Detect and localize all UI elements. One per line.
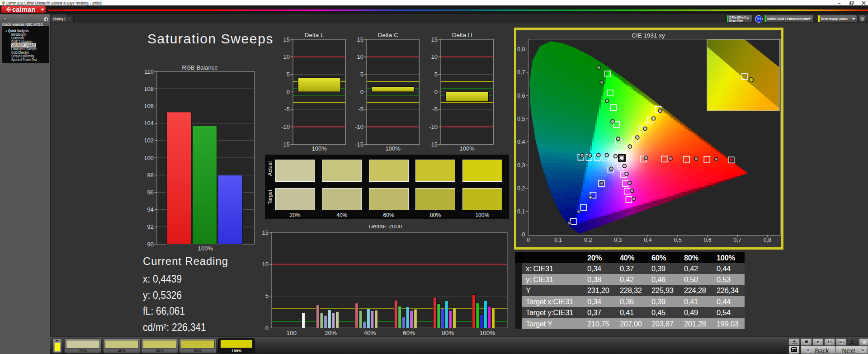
svg-text:-5: -5 [284,106,290,113]
svg-text:-15: -15 [429,141,438,148]
svg-text:104: 104 [145,120,154,127]
svg-text:0,7: 0,7 [734,237,741,243]
svg-text:-10: -10 [429,123,438,130]
svg-text:-15: -15 [355,141,363,148]
svg-text:0,2: 0,2 [517,185,525,192]
svg-text:0: 0 [287,89,290,95]
svg-text:102: 102 [145,137,154,144]
svg-text:0,5: 0,5 [517,116,525,122]
svg-text:CIE 1931 xy: CIE 1931 xy [632,32,665,39]
svg-text:94: 94 [147,206,154,213]
svg-text:5: 5 [360,71,363,78]
svg-text:96: 96 [147,189,154,196]
svg-text:5: 5 [434,71,438,78]
svg-text:0,4: 0,4 [644,237,651,243]
svg-text:RGB Balance: RGB Balance [182,64,218,71]
svg-text:15: 15 [357,36,363,43]
svg-text:DeltaE 2000: DeltaE 2000 [368,225,402,230]
svg-text:10: 10 [431,53,437,60]
svg-text:0: 0 [527,237,530,243]
svg-text:-10: -10 [355,123,363,130]
svg-text:100%: 100% [312,145,327,152]
svg-text:100%: 100% [385,145,401,152]
svg-text:-15: -15 [281,141,290,148]
svg-text:92: 92 [147,223,154,230]
svg-text:110: 110 [145,68,154,75]
svg-text:0,2: 0,2 [584,237,592,243]
svg-text:0,3: 0,3 [517,162,525,169]
svg-text:0: 0 [265,325,268,331]
svg-text:Delta H: Delta H [452,32,472,38]
svg-text:15: 15 [431,36,437,43]
svg-text:0,5: 0,5 [674,237,681,243]
svg-text:108: 108 [145,85,154,92]
svg-text:-5: -5 [358,106,363,113]
svg-text:98: 98 [147,172,154,179]
svg-text:0,6: 0,6 [517,93,525,99]
svg-text:0,8: 0,8 [517,46,525,52]
svg-text:0,1: 0,1 [554,237,562,243]
svg-text:100%: 100% [459,145,475,152]
svg-text:0,6: 0,6 [703,237,711,243]
svg-text:0,7: 0,7 [517,69,525,76]
svg-text:5: 5 [265,293,268,300]
svg-text:Delta L: Delta L [305,32,324,38]
svg-text:0,4: 0,4 [517,139,525,145]
svg-text:0: 0 [522,231,525,238]
svg-text:0: 0 [434,89,438,95]
svg-text:0: 0 [360,89,363,95]
svg-text:100%: 100% [198,245,213,252]
svg-text:0,3: 0,3 [614,237,622,243]
svg-text:90: 90 [147,241,154,248]
svg-text:10: 10 [283,53,290,60]
svg-text:15: 15 [283,36,290,43]
svg-text:106: 106 [145,103,154,109]
svg-text:15: 15 [262,229,268,236]
svg-text:Delta C: Delta C [377,32,398,38]
svg-text:0,8: 0,8 [764,237,771,243]
svg-text:-5: -5 [432,106,438,113]
svg-text:-10: -10 [281,123,290,130]
svg-text:0,1: 0,1 [517,208,525,215]
svg-text:10: 10 [262,261,268,268]
svg-text:100: 100 [145,155,154,161]
svg-text:5: 5 [287,71,290,78]
svg-text:10: 10 [357,53,363,60]
